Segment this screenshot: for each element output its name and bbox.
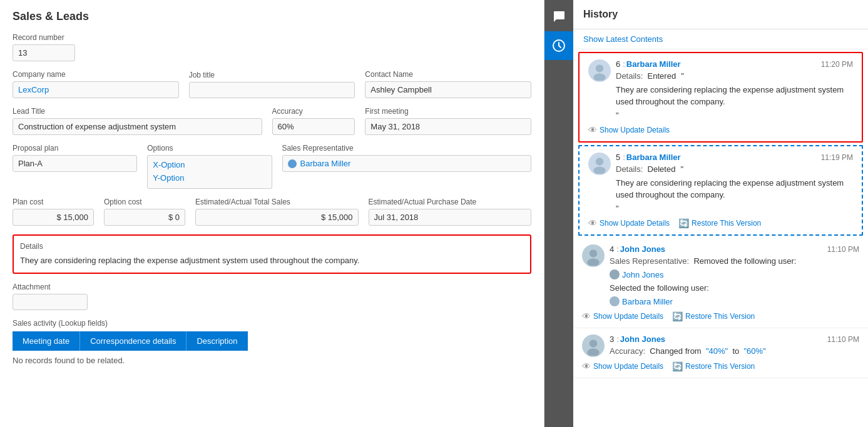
history-name-3: John Jones	[620, 334, 665, 344]
lead-title-group: Lead Title Construction of expense adjus…	[13, 107, 262, 135]
history-text-6: They are considering replacing the expen…	[616, 84, 853, 108]
history-action-4: Removed the following user:	[693, 256, 796, 266]
plan-cost-input[interactable]: $ 15,000	[13, 209, 94, 226]
contact-name-group: Contact Name Ashley Campbell	[365, 70, 531, 98]
restore-version-4[interactable]: 🔄 Restore This Version	[672, 311, 755, 321]
history-item-5-header: 5:Barbara Miller 11:19 PM Details: Delet…	[588, 153, 853, 214]
history-actions-3: 👁 Show Update Details 🔄 Restore This Ver…	[582, 361, 859, 371]
show-update-details-6[interactable]: 👁 Show Update Details	[588, 125, 670, 135]
history-to-val: "60%"	[743, 346, 765, 356]
history-number-4: 4	[610, 244, 614, 254]
history-quote-5: "	[680, 164, 683, 174]
history-action-label-4: Sales Representative:	[610, 256, 689, 266]
record-number-label: Record number	[13, 33, 531, 42]
history-time-4: 11:10 PM	[827, 245, 859, 254]
svg-point-7	[590, 339, 597, 347]
show-update-label-6: Show Update Details	[600, 126, 670, 134]
job-title-group: Job title	[189, 71, 355, 98]
history-item-3-header: 3:John Jones 11:10 PM Accuracy: Changed …	[582, 334, 859, 358]
svg-point-5	[590, 249, 597, 257]
details-box: Details They are considering replacing t…	[13, 234, 531, 274]
restore-icon-5: 🔄	[678, 218, 689, 228]
details-label: Details	[20, 242, 524, 251]
show-latest-link[interactable]: Show Latest Contents	[583, 34, 663, 44]
history-item-3: 3:John Jones 11:10 PM Accuracy: Changed …	[573, 328, 868, 378]
sales-rep-avatar-icon	[288, 159, 297, 168]
history-action-3: Changed from	[650, 346, 701, 356]
accuracy-input[interactable]: 60%	[272, 118, 355, 135]
estimated-total-input[interactable]: $ 15,000	[195, 209, 359, 226]
history-number-6: 6	[616, 59, 620, 69]
show-update-label-4: Show Update Details	[593, 312, 663, 321]
proposal-plan-input[interactable]: Plan-A	[13, 155, 137, 172]
accuracy-label: Accuracy	[272, 107, 355, 116]
option-x: X-Option	[153, 159, 266, 172]
show-update-details-3[interactable]: 👁 Show Update Details	[582, 361, 663, 371]
attachment-label: Attachment	[13, 283, 531, 291]
option-cost-input[interactable]: $ 0	[104, 209, 185, 226]
removed-user-avatar	[610, 269, 620, 279]
history-title: History	[583, 9, 618, 19]
history-actions-6: 👁 Show Update Details	[588, 125, 853, 135]
history-name-4: John Jones	[620, 244, 665, 254]
sales-rep-group: Sales Representative Barbara Miller	[282, 144, 532, 172]
tab-correspondence[interactable]: Correspondence details	[80, 331, 186, 351]
svg-point-4	[593, 166, 606, 174]
show-update-label-5: Show Update Details	[600, 219, 670, 228]
history-item-6-header: 6:Barbara Miller 11:20 PM Details: Enter…	[588, 59, 853, 121]
company-name-input[interactable]: LexCorp	[13, 81, 179, 98]
costs-row: Plan cost $ 15,000 Option cost $ 0 Estim…	[13, 198, 531, 226]
right-panel: History Show Latest Contents 6:Barbara M…	[573, 0, 868, 427]
tab-description[interactable]: Description	[186, 331, 247, 351]
job-title-label: Job title	[189, 71, 355, 79]
history-selected-user-row: Barbara Miller	[610, 296, 859, 308]
estimated-total-label: Estimated/Actual Total Sales	[195, 198, 359, 206]
record-number-input[interactable]: 13	[13, 44, 75, 61]
show-update-details-5[interactable]: 👁 Show Update Details	[588, 218, 670, 228]
plan-cost-label: Plan cost	[13, 198, 94, 206]
no-records-text: No records found to be related.	[13, 356, 531, 365]
restore-label-4: Restore This Version	[685, 312, 755, 321]
removed-user-name: John Jones	[622, 269, 664, 281]
company-name-group: Company name LexCorp	[13, 70, 179, 98]
contact-name-input[interactable]: Ashley Campbell	[365, 81, 531, 98]
tab-meeting-date[interactable]: Meeting date	[13, 331, 80, 351]
chat-icon-button[interactable]	[544, 3, 573, 31]
left-panel: Sales & Leads Record number 13 Company n…	[0, 0, 544, 427]
sales-rep-input[interactable]: Barbara Miller	[282, 155, 532, 172]
estimated-purchase-group: Estimated/Actual Purchase Date Jul 31, 2…	[369, 198, 532, 226]
sales-activity-tabs: Meeting date Correspondence details Desc…	[13, 331, 531, 351]
sales-rep-name: Barbara Miller	[300, 159, 351, 168]
history-item-5: 5:Barbara Miller 11:19 PM Details: Delet…	[578, 145, 863, 236]
history-item-4: 4:John Jones 11:10 PM Sales Representati…	[573, 238, 868, 328]
options-label: Options	[147, 144, 272, 153]
show-update-details-4[interactable]: 👁 Show Update Details	[582, 311, 663, 321]
restore-version-3[interactable]: 🔄 Restore This Version	[672, 361, 755, 371]
estimated-purchase-input[interactable]: Jul 31, 2018	[369, 209, 532, 226]
history-endquote-5: "	[616, 203, 853, 215]
history-quote-6: "	[680, 71, 683, 81]
estimated-total-group: Estimated/Actual Total Sales $ 15,000	[195, 198, 359, 226]
history-icon-button[interactable]	[544, 31, 573, 60]
job-title-input[interactable]	[189, 82, 355, 98]
history-action-5: Deleted	[648, 164, 676, 174]
options-input[interactable]: X-Option Y-Option	[147, 155, 272, 189]
attachment-input[interactable]	[13, 294, 88, 310]
history-time-6: 11:20 PM	[821, 60, 853, 69]
first-meeting-label: First meeting	[365, 107, 531, 116]
history-list: 6:Barbara Miller 11:20 PM Details: Enter…	[573, 49, 868, 427]
history-time-5: 11:19 PM	[821, 153, 853, 162]
svg-point-1	[596, 64, 603, 72]
history-actions-5: 👁 Show Update Details 🔄 Restore This Ver…	[588, 218, 853, 228]
eye-icon-4: 👁	[582, 311, 591, 321]
first-meeting-input[interactable]: May 31, 2018	[365, 118, 531, 135]
history-action-label-6: Details:	[616, 71, 643, 81]
proposal-row: Proposal plan Plan-A Options X-Option Y-…	[13, 144, 531, 189]
restore-version-5[interactable]: 🔄 Restore This Version	[678, 218, 761, 228]
proposal-plan-label: Proposal plan	[13, 144, 137, 153]
estimated-purchase-label: Estimated/Actual Purchase Date	[369, 198, 532, 206]
restore-icon-3: 🔄	[672, 361, 683, 371]
lead-title-row: Lead Title Construction of expense adjus…	[13, 107, 531, 135]
details-text: They are considering replacing the expen…	[20, 254, 524, 267]
lead-title-input[interactable]: Construction of expense adjustment syste…	[13, 118, 262, 135]
